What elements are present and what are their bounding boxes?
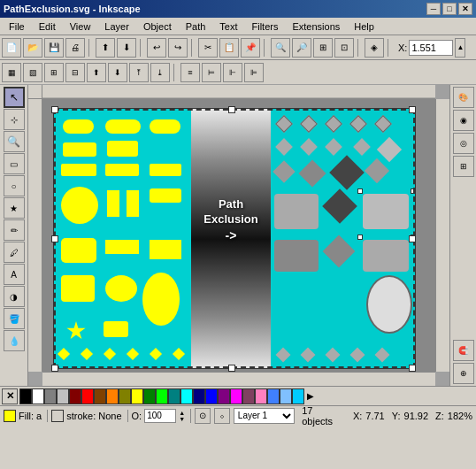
dist-button[interactable]: ⊨: [202, 63, 221, 82]
circle-tool[interactable]: ○: [4, 175, 25, 196]
palette-scroll-right[interactable]: ▶: [304, 388, 317, 404]
dist3-button[interactable]: ⊫: [244, 63, 264, 82]
menu-edit[interactable]: Edit: [34, 19, 61, 34]
fill-dialog-button[interactable]: ◉: [453, 110, 474, 131]
stroke-swatch[interactable]: [51, 410, 64, 422]
eyedropper-tool[interactable]: 💧: [4, 330, 25, 351]
raise-top-button[interactable]: ⤒: [129, 63, 149, 82]
opacity-down[interactable]: ▼: [179, 416, 185, 422]
pen-tool[interactable]: 🖊: [4, 242, 25, 263]
node-editor-button[interactable]: ◈: [365, 38, 384, 58]
import-button[interactable]: ⬆: [96, 38, 115, 58]
snap-icon[interactable]: ⊙: [195, 408, 211, 424]
raise-button[interactable]: ⬆: [87, 63, 106, 82]
color-purple[interactable]: [218, 388, 230, 404]
menu-help[interactable]: Help: [349, 19, 380, 34]
cut-button[interactable]: ✂: [198, 38, 218, 58]
minimize-button[interactable]: ─: [426, 3, 441, 15]
color-green-dark[interactable]: [143, 388, 156, 404]
zoom-tool[interactable]: 🔍: [4, 131, 25, 152]
ungroup-button[interactable]: ⊟: [65, 63, 85, 82]
snap-button[interactable]: 🧲: [453, 340, 474, 361]
color-cyan[interactable]: [180, 388, 193, 404]
opacity-input[interactable]: [144, 409, 176, 423]
color-teal[interactable]: [168, 388, 180, 404]
x-input[interactable]: [409, 40, 453, 56]
layer-select[interactable]: Layer 1: [234, 408, 295, 424]
color-wheel-button[interactable]: 🎨: [453, 87, 474, 108]
separator-1: [88, 39, 92, 57]
star-tool[interactable]: ★: [4, 197, 25, 219]
align-button[interactable]: ≡: [180, 63, 200, 82]
color-white[interactable]: [32, 388, 44, 404]
group-button[interactable]: ⊞: [44, 63, 64, 82]
transform-button[interactable]: ⊞: [453, 156, 474, 177]
menu-extensions[interactable]: Extensions: [287, 19, 345, 34]
menu-layer[interactable]: Layer: [99, 19, 134, 34]
lower-button[interactable]: ⬇: [108, 63, 127, 82]
print-button[interactable]: 🖨: [65, 38, 85, 58]
paste-button[interactable]: 📌: [241, 38, 260, 58]
color-navy[interactable]: [193, 388, 205, 404]
lower-bottom-button[interactable]: ⤓: [150, 63, 170, 82]
opacity-section: O: ▲ ▼: [132, 409, 192, 423]
y-coord-value: 91.92: [404, 411, 429, 421]
color-lighter-blue[interactable]: [267, 388, 280, 404]
menu-filters[interactable]: Filters: [247, 19, 284, 34]
color-gray[interactable]: [44, 388, 57, 404]
no-color-button[interactable]: ✕: [2, 388, 18, 404]
snap2-button[interactable]: ⊕: [453, 363, 474, 384]
color-maroon[interactable]: [69, 388, 81, 404]
close-button[interactable]: ✕: [458, 3, 472, 15]
color-green[interactable]: [156, 388, 168, 404]
zoom-label: Z:: [435, 411, 444, 421]
color-silver[interactable]: [57, 388, 69, 404]
color-olive[interactable]: [119, 388, 131, 404]
zoom-out-button[interactable]: 🔎: [292, 38, 311, 58]
menu-path[interactable]: Path: [180, 19, 211, 34]
zoom-select-button[interactable]: ⊡: [334, 38, 354, 58]
maximize-button[interactable]: □: [442, 3, 457, 15]
gradient-tool[interactable]: ◑: [4, 286, 25, 307]
color-blue[interactable]: [205, 388, 218, 404]
color-pink-dark[interactable]: [242, 388, 255, 404]
new-button[interactable]: 📄: [2, 38, 21, 58]
color-orange[interactable]: [106, 388, 119, 404]
open-button[interactable]: 📂: [23, 38, 42, 58]
pencil-tool[interactable]: ✏: [4, 219, 25, 241]
select-tool[interactable]: ↖: [4, 87, 25, 108]
color-magenta[interactable]: [230, 388, 242, 404]
color-sky[interactable]: [280, 388, 292, 404]
fill-color-swatch[interactable]: [4, 410, 16, 422]
save-button[interactable]: 💾: [44, 38, 64, 58]
menu-view[interactable]: View: [65, 19, 96, 34]
menu-file[interactable]: File: [4, 19, 30, 34]
export-button[interactable]: ⬇: [117, 38, 136, 58]
color-cyan2[interactable]: [292, 388, 304, 404]
color-pink[interactable]: [255, 388, 267, 404]
undo-button[interactable]: ↩: [147, 38, 166, 58]
color-orange-dark[interactable]: [94, 388, 106, 404]
node-tool[interactable]: ⊹: [4, 109, 25, 130]
fill-tool[interactable]: 🪣: [4, 308, 25, 329]
menu-object[interactable]: Object: [138, 19, 177, 34]
text-tool[interactable]: A: [4, 264, 25, 285]
copy-button[interactable]: 📋: [219, 38, 239, 58]
color-yellow[interactable]: [131, 388, 143, 404]
layer-icon[interactable]: ⬦: [214, 408, 230, 424]
redo-button[interactable]: ↪: [168, 38, 188, 58]
scrollbar-right[interactable]: [435, 99, 449, 372]
x-spin-up[interactable]: ▲: [455, 38, 465, 58]
scrollbar-bottom[interactable]: [42, 372, 435, 386]
color-red[interactable]: [81, 388, 94, 404]
dist2-button[interactable]: ⊩: [223, 63, 242, 82]
menu-text[interactable]: Text: [214, 19, 242, 34]
zoom-in-button[interactable]: 🔍: [271, 38, 290, 58]
rect-tool[interactable]: ▭: [4, 153, 25, 174]
deselect-button[interactable]: ▧: [23, 63, 42, 82]
color-black[interactable]: [19, 388, 32, 404]
select-all-button[interactable]: ▦: [2, 63, 21, 82]
zoom-fit-button[interactable]: ⊞: [313, 38, 333, 58]
stroke-dialog-button[interactable]: ◎: [453, 133, 474, 154]
opacity-up[interactable]: ▲: [179, 410, 185, 416]
